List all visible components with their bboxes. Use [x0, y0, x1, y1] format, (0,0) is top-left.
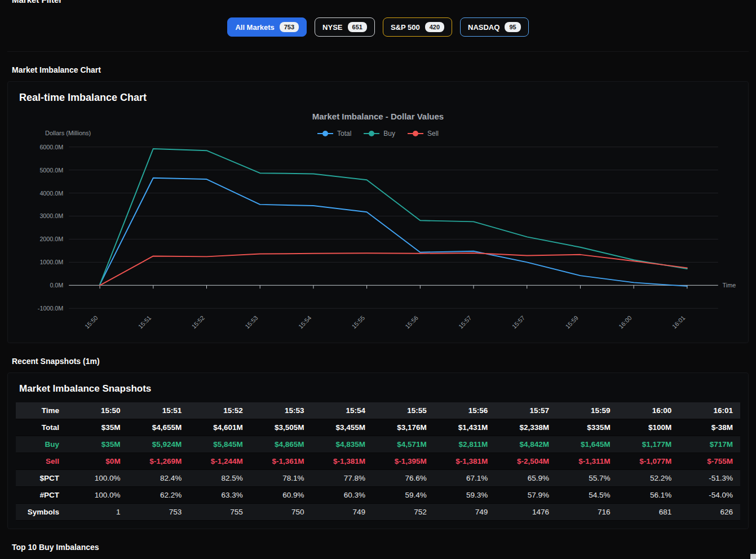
legend-dot-icon: [322, 131, 328, 136]
row-label: Total: [16, 419, 67, 436]
x-tick-label: 15:57: [511, 314, 527, 330]
snapshot-cell: 67.1%: [434, 470, 496, 487]
snapshot-cell: 750: [250, 504, 312, 521]
filter-count-badge: 753: [280, 22, 299, 32]
snapshot-row-buy: Buy$35M$5,924M$5,845M$4,865M$4,835M$4,57…: [16, 436, 740, 453]
x-tick-label: 15:57: [457, 314, 473, 330]
row-label: Symbols: [16, 504, 67, 521]
snapshot-cell: $1,645M: [556, 436, 618, 453]
y-tick-label: 5000.0M: [39, 167, 63, 174]
snapshot-cell: $4,571M: [373, 436, 434, 453]
chart-legend: TotalBuySell: [16, 128, 740, 139]
snapshot-cell: $-755M: [679, 453, 740, 470]
x-tick-label: 16:00: [617, 314, 633, 330]
snapshot-cell: 77.8%: [312, 470, 373, 487]
snapshot-cell: $-1,244M: [189, 453, 250, 470]
snapshot-cell: $-1,381M: [312, 453, 373, 470]
legend-dot-icon: [413, 131, 418, 136]
series-line-buy: [100, 149, 687, 285]
snapshot-cell: 100.0%: [67, 470, 128, 487]
legend-label: Buy: [383, 130, 395, 137]
snapshot-cell: 59.4%: [373, 487, 434, 504]
snapshot-cell: $4,601M: [189, 419, 250, 436]
snapshot-cell: 60.3%: [312, 487, 373, 504]
snapshot-cell: $35M: [67, 419, 128, 436]
snapshot-cell: $-38M: [679, 419, 740, 436]
snapshot-cell: 55.7%: [556, 470, 618, 487]
x-axis-title: Time: [723, 282, 736, 289]
y-tick-label: 0.0M: [50, 282, 63, 289]
snapshot-row-total: Total$35M$4,655M$4,601M$3,505M$3,455M$3,…: [16, 419, 740, 436]
filter-nyse[interactable]: NYSE651: [315, 17, 375, 37]
header-time-1556: 15:56: [434, 402, 496, 419]
x-tick-label: 15:53: [244, 314, 259, 330]
snapshot-cell: 62.2%: [128, 487, 189, 504]
snapshot-cell: $1,431M: [434, 419, 496, 436]
snapshot-cell: 60.9%: [250, 487, 312, 504]
snapshots-panel: Market Imbalance Snapshots Time15:5015:5…: [7, 372, 749, 529]
snapshot-cell: 681: [618, 504, 679, 521]
legend-item-sell[interactable]: Sell: [408, 130, 439, 137]
snapshot-cell: $4,842M: [495, 436, 556, 453]
filter-nasdaq[interactable]: NASDAQ95: [460, 17, 529, 37]
filter-label: NASDAQ: [468, 23, 499, 32]
snapshot-cell: $-1,381M: [434, 453, 496, 470]
snapshot-cell: 54.5%: [556, 487, 618, 504]
snapshot-cell: $0M: [67, 453, 128, 470]
header-time-1601: 16:01: [679, 402, 740, 419]
snapshot-cell: 57.9%: [495, 487, 556, 504]
series-line-total: [100, 178, 687, 286]
snapshot-cell: $-1,077M: [618, 453, 679, 470]
header-time-1600: 16:00: [618, 402, 679, 419]
header-time-1553: 15:53: [250, 402, 312, 419]
snapshot-cell: 1: [67, 504, 128, 521]
filter-count-badge: 95: [505, 22, 520, 32]
snapshot-row-sell: Sell$0M$-1,269M$-1,244M$-1,361M$-1,381M$…: [16, 453, 740, 470]
imbalance-chart-panel: Real-time Imbalance Chart Market Imbalan…: [7, 81, 749, 343]
snapshot-cell: $-1,361M: [250, 453, 312, 470]
snapshot-cell: $5,845M: [189, 436, 250, 453]
filter-count-badge: 420: [425, 22, 444, 32]
snapshot-row-pct: #PCT100.0%62.2%63.3%60.9%60.3%59.4%59.3%…: [16, 487, 740, 504]
filter-label: All Markets: [235, 23, 274, 32]
snapshot-cell: 78.1%: [250, 470, 312, 487]
header-time-1550: 15:50: [67, 402, 128, 419]
market-filter-buttons: All Markets753NYSE651S&P 500420NASDAQ95: [7, 17, 749, 37]
snapshot-cell: $2,338M: [495, 419, 556, 436]
snapshots-section-label: Recent Snapshots (1m): [12, 357, 744, 366]
x-tick-label: 15:50: [83, 314, 99, 330]
snapshot-cell: 82.4%: [128, 470, 189, 487]
snapshot-row-symbols: Symbols17537557507497527491476716681626: [16, 504, 740, 521]
snapshot-cell: $4,835M: [312, 436, 373, 453]
snapshot-row-pct: $PCT100.0%82.4%82.5%78.1%77.8%76.6%67.1%…: [16, 470, 740, 487]
scrollbar-corner: [750, 554, 756, 559]
legend-dot-icon: [369, 131, 374, 136]
snapshot-cell: -54.0%: [679, 487, 740, 504]
legend-item-buy[interactable]: Buy: [364, 130, 395, 137]
snapshot-cell: 755: [189, 504, 250, 521]
snapshot-cell: 749: [312, 504, 373, 521]
legend-label: Sell: [427, 130, 439, 137]
snapshot-cell: $3,455M: [312, 419, 373, 436]
snapshot-cell: $35M: [67, 436, 128, 453]
filter-s-p-500[interactable]: S&P 500420: [383, 17, 452, 37]
legend-item-total[interactable]: Total: [317, 130, 351, 137]
snapshot-cell: 749: [434, 504, 496, 521]
x-tick-label: 15:51: [137, 314, 153, 330]
x-tick-label: 15:56: [404, 314, 419, 330]
snapshots-panel-title: Market Imbalance Snapshots: [19, 383, 740, 394]
row-label: Buy: [16, 436, 67, 453]
row-label: Sell: [16, 453, 67, 470]
snapshot-cell: -51.3%: [679, 470, 740, 487]
snapshot-cell: 59.3%: [434, 487, 496, 504]
snapshot-cell: 100.0%: [67, 487, 128, 504]
filter-all-markets[interactable]: All Markets753: [227, 17, 307, 37]
x-tick-label: 16:01: [671, 314, 687, 330]
snapshot-cell: $5,924M: [128, 436, 189, 453]
legend-line-marker: [317, 133, 333, 134]
row-label: #PCT: [16, 487, 67, 504]
snapshot-cell: 626: [679, 504, 740, 521]
x-tick-label: 15:54: [297, 314, 313, 330]
snapshot-cell: 1476: [495, 504, 556, 521]
row-label: $PCT: [16, 470, 67, 487]
